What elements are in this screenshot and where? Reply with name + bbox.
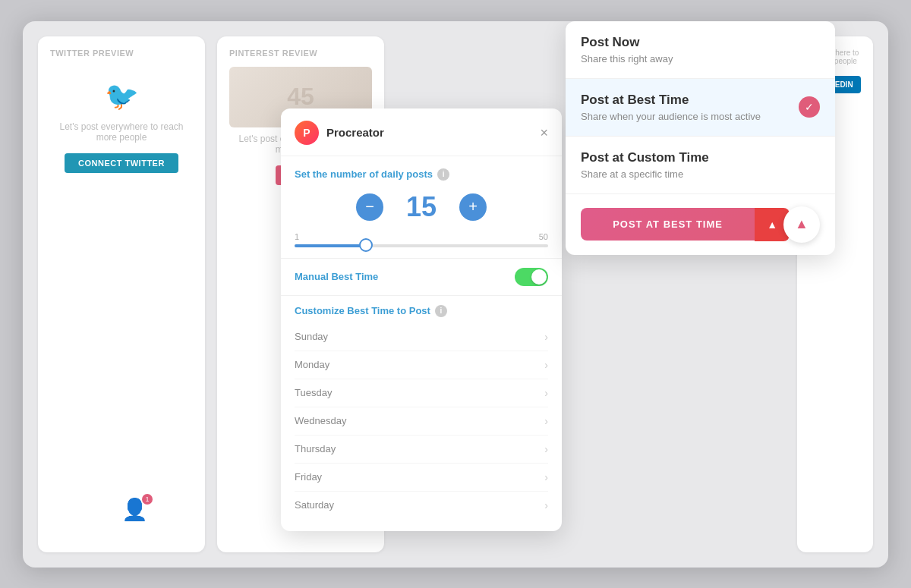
scheduling-dropdown: Post Now Share this right away Post at B… bbox=[566, 21, 835, 255]
sunday-chevron-icon: › bbox=[544, 331, 548, 343]
toggle-knob bbox=[531, 269, 547, 285]
monday-row[interactable]: Monday › bbox=[295, 351, 548, 379]
main-modal: P Procreator × Set the number of daily p… bbox=[281, 108, 562, 531]
pinterest-number: 45 bbox=[287, 83, 314, 111]
sunday-label: Sunday bbox=[295, 331, 328, 342]
friday-row[interactable]: Friday › bbox=[295, 464, 548, 492]
slider-min-label: 1 bbox=[295, 232, 299, 241]
slider-thumb[interactable] bbox=[359, 238, 373, 252]
sunday-row[interactable]: Sunday › bbox=[295, 323, 548, 351]
divider-1 bbox=[281, 258, 562, 259]
wednesday-chevron-icon: › bbox=[544, 415, 548, 427]
wednesday-row[interactable]: Wednesday › bbox=[295, 407, 548, 435]
screen-container: Twitter Preview 🐦 Let's post everywhere … bbox=[23, 21, 888, 568]
twitter-card-label: Twitter Preview bbox=[50, 49, 134, 58]
days-list: Sunday › Monday › Tuesday › Wednesday › … bbox=[295, 323, 548, 519]
slider-fill bbox=[295, 244, 366, 247]
tuesday-row[interactable]: Tuesday › bbox=[295, 379, 548, 407]
thursday-row[interactable]: Thursday › bbox=[295, 435, 548, 464]
best-time-check-icon: ✓ bbox=[799, 96, 820, 118]
friday-label: Friday bbox=[295, 471, 322, 483]
modal-body: Set the number of daily posts i − 15 + 1… bbox=[281, 156, 562, 531]
pinterest-card-label: Pinterest Review bbox=[229, 49, 317, 58]
slider-track[interactable] bbox=[295, 244, 548, 247]
counter-value: 15 bbox=[399, 191, 444, 223]
manual-best-time-row: Manual Best Time bbox=[295, 268, 548, 286]
slider-labels: 1 50 bbox=[295, 232, 548, 241]
manual-best-time-toggle[interactable] bbox=[515, 268, 548, 286]
customize-section-label: Customize Best Time to Post i bbox=[295, 305, 548, 317]
slider-max-label: 50 bbox=[539, 232, 548, 241]
toggle-label: Manual Best Time bbox=[295, 271, 378, 282]
daily-posts-section-label: Set the number of daily posts i bbox=[295, 168, 548, 181]
modal-title-area: P Procreator bbox=[295, 121, 384, 145]
monday-chevron-icon: › bbox=[544, 359, 548, 371]
increment-button[interactable]: + bbox=[459, 193, 487, 221]
tuesday-label: Tuesday bbox=[295, 387, 332, 398]
divider-2 bbox=[281, 295, 562, 296]
twitter-card: Twitter Preview 🐦 Let's post everywhere … bbox=[38, 36, 205, 552]
post-custom-time-option[interactable]: Post at Custom Time Share at a specific … bbox=[566, 137, 835, 194]
connect-twitter-button[interactable]: CONNECT TWITTER bbox=[65, 153, 178, 173]
modal-close-button[interactable]: × bbox=[540, 126, 548, 140]
slider-area: 1 50 bbox=[295, 232, 548, 247]
saturday-chevron-icon: › bbox=[544, 499, 548, 511]
thursday-chevron-icon: › bbox=[544, 443, 548, 455]
info-icon: i bbox=[437, 168, 449, 181]
customize-info-icon: i bbox=[435, 305, 447, 317]
monday-label: Monday bbox=[295, 359, 329, 370]
post-best-time-subtitle: Share when your audience is most active bbox=[581, 111, 820, 122]
post-best-time-title: Post at Best Time bbox=[581, 93, 820, 108]
circular-arrow-button[interactable]: ▲ bbox=[783, 206, 820, 243]
thursday-label: Thursday bbox=[295, 443, 336, 454]
post-best-time-option[interactable]: Post at Best Time Share when your audien… bbox=[566, 79, 835, 137]
post-at-best-time-button[interactable]: POST AT BEST TIME bbox=[581, 208, 755, 241]
saturday-row[interactable]: Saturday › bbox=[295, 492, 548, 519]
wednesday-label: Wednesday bbox=[295, 415, 346, 426]
twitter-icon: 🐦 bbox=[105, 80, 139, 112]
circular-arrow-icon: ▲ bbox=[795, 216, 809, 232]
avatar-badge: 1 bbox=[142, 494, 153, 505]
post-now-option[interactable]: Post Now Share this right away bbox=[566, 21, 835, 79]
modal-header: P Procreator × bbox=[281, 108, 562, 156]
tuesday-chevron-icon: › bbox=[544, 387, 548, 399]
user-avatar-area: 👤 1 bbox=[121, 497, 148, 522]
counter-area: − 15 + bbox=[295, 191, 548, 223]
twitter-card-text: Let's post everywhere to reach more peop… bbox=[50, 121, 193, 143]
modal-avatar-icon: P bbox=[295, 121, 319, 145]
friday-chevron-icon: › bbox=[544, 471, 548, 483]
saturday-label: Saturday bbox=[295, 499, 334, 511]
modal-title: Procreator bbox=[326, 126, 384, 139]
post-custom-time-subtitle: Share at a specific time bbox=[581, 168, 820, 180]
post-now-title: Post Now bbox=[581, 35, 820, 50]
decrement-button[interactable]: − bbox=[356, 193, 383, 221]
post-now-subtitle: Share this right away bbox=[581, 53, 820, 64]
action-bar: POST AT BEST TIME ▲ ▲ bbox=[566, 194, 835, 255]
post-custom-time-title: Post at Custom Time bbox=[581, 150, 820, 165]
